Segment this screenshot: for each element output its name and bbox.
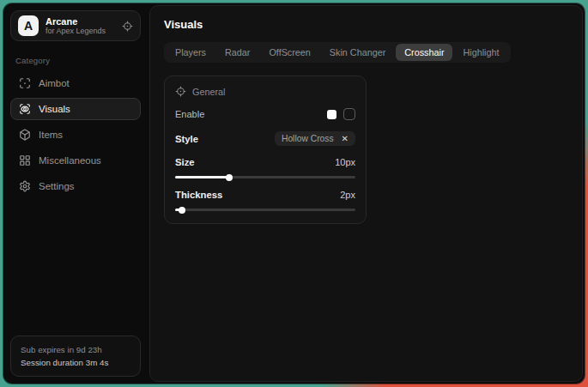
tab-crosshair[interactable]: Crosshair: [396, 44, 452, 61]
tab-highlight[interactable]: Highlight: [454, 44, 507, 61]
target-icon[interactable]: [122, 21, 133, 32]
enable-row: Enable: [175, 108, 355, 120]
enable-checkbox[interactable]: [343, 108, 355, 120]
size-value: 10px: [335, 157, 355, 167]
general-card-title: General: [192, 87, 225, 97]
sidebar-item-label: Settings: [39, 181, 75, 191]
app-name: Arcane: [45, 16, 115, 27]
scan-eye-icon: [18, 103, 31, 115]
crosshair-color-swatch[interactable]: [327, 110, 336, 119]
visuals-tab-bar: Players Radar OffScreen Skin Changer Cro…: [164, 42, 511, 63]
size-slider-thumb[interactable]: [226, 174, 233, 181]
gear-icon: [18, 180, 31, 192]
sidebar-item-aimbot[interactable]: Aimbot: [10, 72, 141, 94]
thickness-label: Thickness: [175, 190, 222, 200]
app-subtitle: for Apex Legends: [45, 27, 115, 35]
profile-text: Arcane for Apex Legends: [45, 16, 115, 36]
style-select[interactable]: Hollow Cross ✕: [275, 131, 355, 146]
thickness-value: 2px: [340, 190, 355, 200]
size-row: Size 10px: [175, 157, 355, 167]
tab-offscreen[interactable]: OffScreen: [260, 44, 318, 61]
sidebar-item-visuals[interactable]: Visuals: [10, 98, 141, 120]
general-card-header: General: [175, 86, 355, 97]
sidebar-item-miscellaneous[interactable]: Miscellaneous: [10, 149, 141, 172]
style-selected-value: Hollow Cross: [282, 134, 334, 143]
thickness-slider-thumb[interactable]: [179, 207, 185, 214]
sub-expires-text: Sub expires in 9d 23h: [21, 343, 130, 356]
sidebar-item-label: Miscellaneous: [39, 155, 101, 166]
category-label: Category: [15, 56, 141, 65]
page-title: Visuals: [164, 18, 568, 31]
sidebar-item-settings[interactable]: Settings: [10, 175, 141, 197]
box-icon: [18, 129, 31, 141]
sidebar-item-label: Items: [39, 130, 63, 140]
general-settings-card: General Enable Style Hollow Cross ✕ Size…: [164, 76, 367, 224]
sidebar-item-label: Visuals: [39, 104, 70, 114]
clear-style-icon[interactable]: ✕: [342, 134, 349, 143]
main-panel: Visuals Players Radar OffScreen Skin Cha…: [149, 5, 583, 382]
sidebar-nav: Aimbot Visuals: [10, 72, 141, 197]
session-duration-text: Session duration 3m 4s: [21, 356, 130, 369]
enable-label: Enable: [175, 109, 204, 119]
style-label: Style: [175, 134, 198, 144]
subscription-info-card: Sub expires in 9d 23h Session duration 3…: [10, 336, 141, 377]
thickness-row: Thickness 2px: [175, 190, 355, 200]
sidebar-item-label: Aimbot: [39, 78, 70, 88]
profile-card: A Arcane for Apex Legends: [10, 10, 141, 41]
sidebar-item-items[interactable]: Items: [10, 124, 141, 146]
app-window: A Arcane for Apex Legends Category: [3, 3, 585, 384]
tab-radar[interactable]: Radar: [216, 44, 258, 61]
crosshair-icon: [18, 77, 31, 89]
sidebar: A Arcane for Apex Legends Category: [3, 3, 148, 384]
tab-skin-changer[interactable]: Skin Changer: [321, 44, 394, 61]
thickness-slider[interactable]: [175, 209, 355, 211]
tab-players[interactable]: Players: [167, 44, 215, 61]
size-label: Size: [175, 157, 195, 167]
app-logo: A: [18, 15, 39, 36]
layout-grid-icon: [18, 154, 31, 166]
size-slider[interactable]: [175, 176, 355, 178]
target-icon: [175, 86, 186, 97]
style-row: Style Hollow Cross ✕: [175, 131, 355, 146]
